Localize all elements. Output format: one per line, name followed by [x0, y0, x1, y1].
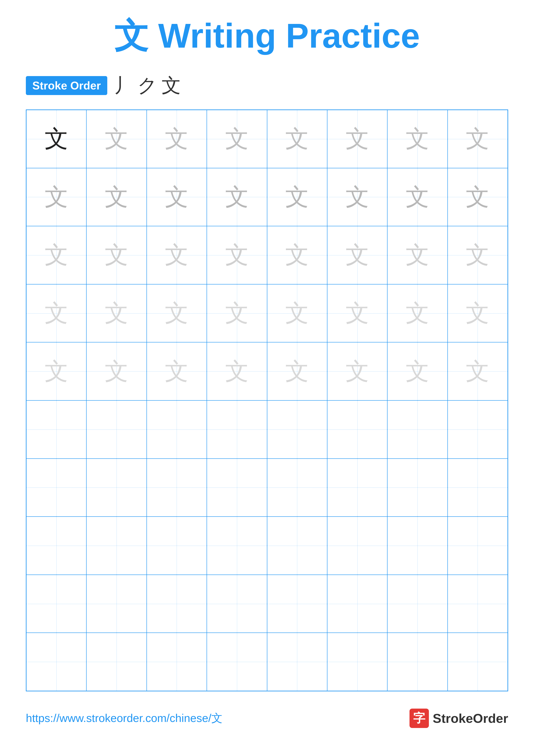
char-display: 文	[105, 297, 128, 329]
grid-cell-empty[interactable]	[207, 633, 267, 691]
grid-cell: 文	[26, 110, 87, 168]
grid-cell: 文	[207, 226, 267, 284]
grid-cell-empty[interactable]	[447, 575, 508, 633]
grid-cell: 文	[267, 342, 327, 400]
grid-cell: 文	[147, 110, 207, 168]
char-display: 文	[45, 181, 68, 213]
grid-cell-empty[interactable]	[207, 517, 267, 575]
grid-cell-empty[interactable]	[267, 459, 327, 517]
grid-cell: 文	[26, 284, 87, 342]
char-display: 文	[45, 355, 68, 388]
logo-text: StrokeOrder	[433, 711, 508, 726]
logo-icon: 字	[410, 709, 429, 728]
title-section: 文 Writing Practice	[26, 13, 508, 60]
grid-cell-empty[interactable]	[267, 633, 327, 691]
char-display: 文	[225, 123, 249, 155]
grid-cell-empty[interactable]	[87, 517, 146, 575]
char-display: 文	[285, 297, 309, 329]
grid-cell: 文	[267, 226, 327, 284]
grid-cell: 文	[387, 284, 447, 342]
char-display: 文	[345, 297, 369, 329]
grid-cell-empty[interactable]	[267, 400, 327, 459]
grid-cell-empty[interactable]	[147, 459, 207, 517]
grid-cell: 文	[26, 226, 87, 284]
grid-cell-empty[interactable]	[447, 633, 508, 691]
grid-cell-empty[interactable]	[147, 400, 207, 459]
grid-cell-empty[interactable]	[327, 459, 387, 517]
char-display: 文	[105, 355, 128, 388]
grid-cell: 文	[447, 342, 508, 400]
grid-cell-empty[interactable]	[387, 575, 447, 633]
grid-cell-empty[interactable]	[327, 517, 387, 575]
char-display: 文	[45, 297, 68, 329]
grid-cell-empty[interactable]	[447, 517, 508, 575]
grid-cell-empty[interactable]	[26, 517, 87, 575]
grid-cell-empty[interactable]	[147, 517, 207, 575]
grid-cell-empty[interactable]	[147, 633, 207, 691]
grid-cell: 文	[26, 342, 87, 400]
grid-cell: 文	[327, 342, 387, 400]
title-chinese-char: 文	[114, 16, 149, 55]
grid-cell: 文	[207, 110, 267, 168]
grid-cell-empty[interactable]	[387, 459, 447, 517]
grid-cell-empty[interactable]	[327, 575, 387, 633]
stroke-2: ク	[138, 72, 157, 99]
stroke-3: 文	[162, 72, 181, 99]
grid-cell-empty[interactable]	[327, 400, 387, 459]
grid-cell-empty[interactable]	[26, 459, 87, 517]
grid-cell: 文	[387, 168, 447, 226]
grid-cell-empty[interactable]	[267, 517, 327, 575]
char-display: 文	[406, 355, 429, 388]
grid-cell-empty[interactable]	[87, 633, 146, 691]
char-display: 文	[345, 355, 369, 388]
grid-cell-empty[interactable]	[207, 459, 267, 517]
grid-cell: 文	[327, 284, 387, 342]
grid-cell: 文	[267, 284, 327, 342]
grid-cell-empty[interactable]	[447, 400, 508, 459]
footer-url[interactable]: https://www.strokeorder.com/chinese/文	[26, 711, 222, 726]
grid-cell-empty[interactable]	[387, 633, 447, 691]
grid-cell-empty[interactable]	[387, 400, 447, 459]
grid-cell-empty[interactable]	[26, 400, 87, 459]
grid-cell: 文	[447, 110, 508, 168]
grid-cell: 文	[147, 168, 207, 226]
char-display: 文	[466, 355, 489, 388]
grid-cell-empty[interactable]	[26, 575, 87, 633]
grid-cell-empty[interactable]	[87, 575, 146, 633]
grid-cell: 文	[87, 226, 146, 284]
grid-cell-empty[interactable]	[26, 633, 87, 691]
grid-cell: 文	[147, 342, 207, 400]
grid-cell-empty[interactable]	[207, 575, 267, 633]
grid-cell-empty[interactable]	[267, 575, 327, 633]
char-display: 文	[345, 239, 369, 271]
grid-cell-empty[interactable]	[147, 575, 207, 633]
char-display: 文	[45, 239, 68, 271]
char-display: 文	[285, 123, 309, 155]
grid-cell-empty[interactable]	[327, 633, 387, 691]
char-display: 文	[285, 239, 309, 271]
char-display: 文	[225, 355, 249, 388]
char-display: 文	[466, 181, 489, 213]
char-display: 文	[165, 123, 189, 155]
grid-cell: 文	[327, 110, 387, 168]
title-english-text: Writing Practice	[158, 16, 420, 55]
char-display: 文	[165, 181, 189, 213]
grid-cell: 文	[447, 226, 508, 284]
grid-cell: 文	[207, 168, 267, 226]
char-display: 文	[406, 297, 429, 329]
grid-cell: 文	[26, 168, 87, 226]
grid-cell: 文	[327, 168, 387, 226]
grid-cell: 文	[207, 342, 267, 400]
grid-cell-empty[interactable]	[387, 517, 447, 575]
char-display: 文	[466, 297, 489, 329]
char-display: 文	[45, 123, 68, 155]
grid-cell: 文	[87, 284, 146, 342]
grid-cell-empty[interactable]	[207, 400, 267, 459]
grid-cell-empty[interactable]	[447, 459, 508, 517]
char-display: 文	[165, 355, 189, 388]
stroke-1: 丿	[114, 72, 133, 99]
grid-cell-empty[interactable]	[87, 400, 146, 459]
grid-cell-empty[interactable]	[87, 459, 146, 517]
grid-cell: 文	[267, 168, 327, 226]
char-display: 文	[285, 355, 309, 388]
